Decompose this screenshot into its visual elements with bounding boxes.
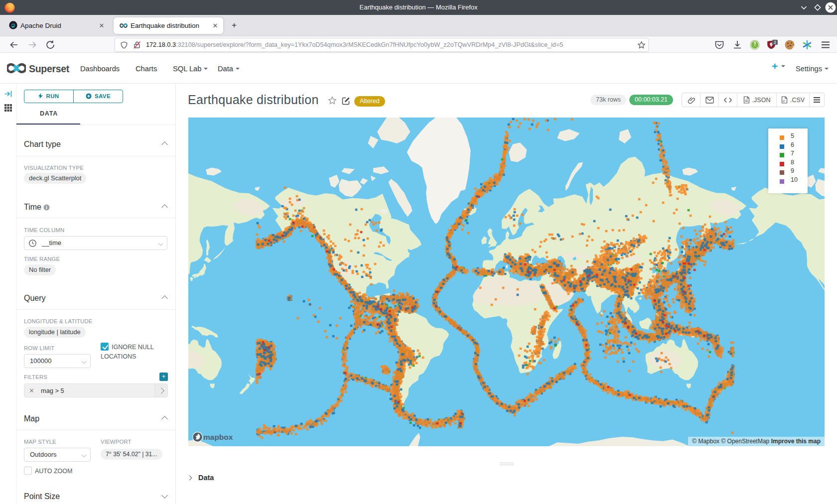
svg-text:2: 2 [774, 40, 776, 45]
svg-text:x!: x! [783, 99, 785, 103]
svg-text:mapbox: mapbox [203, 433, 233, 441]
